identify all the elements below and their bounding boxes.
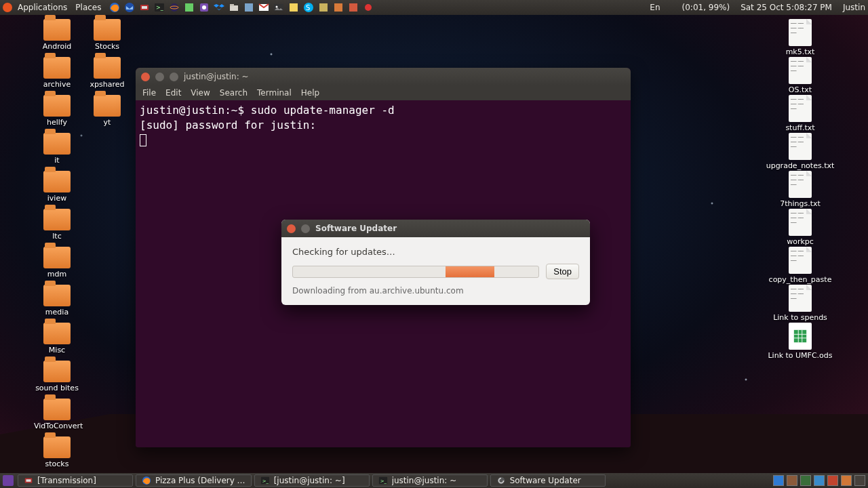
menu-view[interactable]: View <box>191 88 210 98</box>
desktop-file[interactable]: ── ──── ────workpc <box>760 209 841 246</box>
thunderbird-icon[interactable] <box>124 2 135 13</box>
menu-help[interactable]: Help <box>301 88 319 98</box>
taskbar-item[interactable]: Software Updater <box>490 474 606 487</box>
app-icon-4[interactable] <box>333 2 344 13</box>
updater-titlebar[interactable]: Software Updater <box>281 220 590 237</box>
updater-status: Downloading from au.archive.ubuntu.com <box>292 286 579 296</box>
taskbar-item[interactable]: >_justin@justin: ~ <box>372 474 488 487</box>
eclipse-icon[interactable] <box>169 2 180 13</box>
desktop-file[interactable]: ── ──── ────upgrade_notes.txt <box>760 133 841 170</box>
record-icon[interactable] <box>363 2 374 13</box>
taskbar-label: [Transmission] <box>37 476 96 485</box>
progress-bar-fill <box>446 266 494 277</box>
minimize-icon[interactable] <box>155 73 164 81</box>
icon-label: workpc <box>785 237 815 246</box>
transmission-icon[interactable] <box>139 2 150 13</box>
desktop-folder[interactable]: Stocks <box>83 19 132 51</box>
ubuntu-logo-icon[interactable] <box>3 3 12 12</box>
icon-label: hellfy <box>45 118 68 127</box>
icon-label: sound bites <box>34 384 80 392</box>
svg-rect-21 <box>334 3 342 12</box>
taskbar-item[interactable]: Pizza Plus (Delivery … <box>136 474 252 487</box>
textfile-icon: ── ──── ──── <box>789 247 812 274</box>
panel-menus: Applications Places <box>16 1 102 14</box>
taskbar-item[interactable]: [Transmission] <box>18 474 133 487</box>
menu-terminal[interactable]: Terminal <box>257 88 292 98</box>
taskbar-item[interactable]: >_[justin@justin: ~] <box>254 474 370 487</box>
files-icon[interactable] <box>229 2 239 13</box>
folder-icon <box>94 95 121 117</box>
app-icon-3[interactable] <box>318 2 329 13</box>
firefox-icon[interactable] <box>109 2 120 13</box>
desktop-folder[interactable]: yt <box>83 95 132 127</box>
bottom-panel: [Transmission]Pizza Plus (Delivery …>_[j… <box>0 473 868 488</box>
desktop-file[interactable]: ── ──── ────copy_then_paste <box>760 247 841 284</box>
desktop-folder[interactable]: iview <box>33 171 81 203</box>
desktop-file[interactable]: ── ──── ────mk5.txt <box>760 19 841 56</box>
settings-icon[interactable] <box>199 2 210 13</box>
menu-edit[interactable]: Edit <box>165 88 181 98</box>
desktop-folder[interactable]: sound bites <box>33 361 81 392</box>
app-icon[interactable] <box>184 2 195 13</box>
image-icon[interactable] <box>273 2 284 13</box>
menu-places[interactable]: Places <box>74 1 102 14</box>
terminal-titlebar[interactable]: justin@justin: ~ <box>136 68 631 85</box>
desktop-folder[interactable]: archive <box>33 57 81 89</box>
tray-app-icon[interactable] <box>773 475 784 486</box>
menu-applications[interactable]: Applications <box>16 1 68 14</box>
command: sudo update-manager -d <box>251 104 395 117</box>
top-panel: Applications Places >_ S En (0:01, 99%) … <box>0 0 868 15</box>
folder-icon <box>43 209 71 230</box>
svg-rect-17 <box>290 3 298 12</box>
icon-label: copy_then_paste <box>768 275 833 284</box>
tray-app-icon[interactable] <box>841 475 852 486</box>
terminal-icon[interactable]: >_ <box>154 2 165 13</box>
dropbox-icon[interactable] <box>214 2 224 13</box>
desktop-folder[interactable]: ltc <box>33 209 81 241</box>
desktop-file[interactable]: Link to UMFC.ods <box>760 323 841 360</box>
close-icon[interactable] <box>141 73 150 81</box>
desktop-folder[interactable]: stocks <box>33 436 81 468</box>
desktop-folder[interactable]: it <box>33 133 81 165</box>
desktop-folder[interactable]: mdm <box>33 247 81 279</box>
menu-search[interactable]: Search <box>220 88 248 98</box>
trash-icon[interactable] <box>854 475 865 486</box>
skype-icon[interactable]: S <box>303 2 314 13</box>
firefox-icon <box>142 476 151 485</box>
desktop-folder[interactable]: hellfy <box>33 95 81 127</box>
desktop-folder[interactable]: media <box>33 285 81 317</box>
software-updater-window[interactable]: Software Updater Checking for updates… S… <box>281 220 590 305</box>
desktop-file[interactable]: ── ──── ────7things.txt <box>760 171 841 208</box>
desktop-folder[interactable]: xpshared <box>83 57 132 89</box>
tray-app-icon[interactable] <box>827 475 838 486</box>
tray-app-icon[interactable] <box>800 475 811 486</box>
desktop-file[interactable]: ── ──── ────OS.txt <box>760 57 841 94</box>
close-icon[interactable] <box>287 224 296 233</box>
tray-app-icon[interactable] <box>787 475 797 486</box>
desktop-folder[interactable]: Android <box>33 19 81 51</box>
show-desktop-button[interactable] <box>3 475 14 486</box>
taskbar-label: justin@justin: ~ <box>392 476 457 485</box>
keyboard-indicator[interactable]: En <box>650 3 660 12</box>
desktop-folder[interactable]: Misc <box>33 323 81 354</box>
app-icon-5[interactable] <box>348 2 359 13</box>
minimize-icon[interactable] <box>301 224 310 233</box>
icon-label: it <box>53 156 60 165</box>
desktop-file[interactable]: ── ──── ────stuff.txt <box>760 95 841 132</box>
maximize-icon[interactable] <box>170 73 178 81</box>
icon-label: Android <box>41 42 73 51</box>
notes-icon[interactable] <box>288 2 299 13</box>
desktop-folder[interactable]: VidToConvert <box>33 399 81 430</box>
panel-indicators: En (0:01, 99%) Sat 25 Oct 5:08:27 PM Jus… <box>644 3 865 12</box>
svg-text:>_: >_ <box>262 479 269 484</box>
tray-app-icon[interactable] <box>814 475 825 486</box>
icon-label: 7things.txt <box>778 199 822 208</box>
app-icon-2[interactable] <box>243 2 254 13</box>
folder-icon <box>43 133 71 155</box>
menu-file[interactable]: File <box>142 88 156 98</box>
user-menu[interactable]: Justin <box>843 3 865 12</box>
clock[interactable]: Sat 25 Oct 5:08:27 PM <box>741 3 832 12</box>
stop-button[interactable]: Stop <box>546 264 579 279</box>
gmail-icon[interactable] <box>258 2 269 13</box>
desktop-file[interactable]: ── ──── ────Link to spends <box>760 285 841 322</box>
